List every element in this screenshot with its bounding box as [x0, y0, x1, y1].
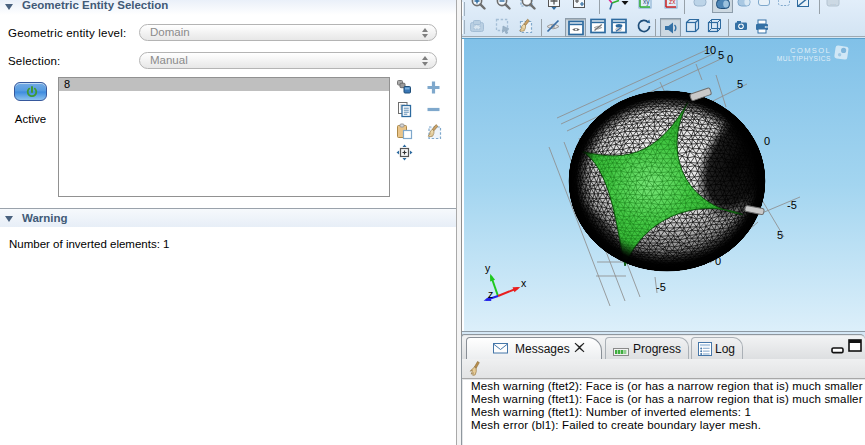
zoom-box-button[interactable]	[520, 0, 538, 12]
view-hidden-button[interactable]	[611, 18, 629, 36]
hide-selected-svg	[545, 18, 561, 34]
scene-box-button[interactable]	[684, 18, 702, 36]
scene-box-wire-button[interactable]	[706, 18, 724, 36]
zoom-extents-button[interactable]	[546, 0, 564, 12]
print-svg	[754, 18, 770, 34]
menu-arrow-svg	[621, 0, 629, 10]
sound-svg	[663, 20, 679, 36]
scene-box-svg	[684, 18, 700, 34]
tab-messages[interactable]: Messages	[466, 337, 602, 359]
close-tab-svg	[574, 342, 585, 353]
snapshot-icon	[733, 18, 751, 34]
view-xy-button[interactable]: xy	[637, 0, 655, 12]
paste-selection-svg	[396, 123, 413, 140]
progress-icon	[613, 345, 629, 359]
clear-selection-button[interactable]	[425, 123, 442, 140]
copy-selection-icon	[396, 101, 413, 118]
hide-decorations-button[interactable]	[795, 0, 813, 12]
zoom-selected-button[interactable]	[571, 0, 589, 12]
zoom-to-selection-icon	[396, 144, 413, 161]
view-zx-svg: zx	[663, 0, 679, 10]
snapshot-disabled-svg: ...	[825, 0, 841, 10]
graphics-canvas[interactable]: 105050-550-5yxzCOMSOLMULTIPHYSICS	[464, 39, 865, 331]
add-to-selection-icon	[425, 79, 442, 96]
add-to-selection-svg	[425, 79, 442, 96]
hide-decorations-icon	[795, 0, 813, 10]
geometric-entity-level-combo[interactable]: Domain	[139, 24, 437, 41]
add-to-selection-button[interactable]	[425, 79, 442, 96]
message-line: Mesh error (bl1): Failed to create bound…	[463, 419, 865, 432]
scene-box-wire-svg	[706, 18, 722, 34]
default-view-button[interactable]	[604, 0, 622, 12]
stepper-down-icon	[422, 34, 428, 38]
zoom-extents-svg	[546, 0, 562, 10]
deselect-box-button[interactable]	[517, 18, 535, 36]
toolbar-separator	[599, 0, 600, 14]
environment-icon	[736, 0, 754, 10]
selection-list[interactable]: 8	[58, 77, 390, 197]
clear-messages-icon[interactable]	[469, 361, 483, 380]
floor-shadow-button[interactable]	[776, 0, 794, 12]
minimize-icon[interactable]	[831, 340, 844, 358]
collapse-triangle-icon[interactable]	[5, 4, 13, 10]
tab-progress[interactable]: Progress	[605, 337, 689, 359]
settings-panel: Geometric Entity Selection Geometric ent…	[0, 0, 456, 445]
close-tab-icon[interactable]	[574, 342, 585, 356]
scene-box-wire-icon	[706, 18, 724, 34]
svg-text:zx: zx	[669, 0, 676, 5]
print-button[interactable]	[754, 18, 772, 36]
zoom-box-icon	[520, 0, 538, 10]
image-export-disabled-icon	[469, 18, 487, 34]
comsol-window: Geometric Entity Selection Geometric ent…	[0, 0, 865, 445]
scene-light-off-button[interactable]	[692, 0, 710, 12]
console-panel: Messages Progress	[461, 334, 865, 445]
triad-axis-label: y	[485, 262, 491, 274]
maximize-icon[interactable]	[848, 338, 862, 356]
minimize-svg	[831, 347, 844, 354]
section-title: Warning	[22, 212, 68, 224]
message-line: Mesh warning (ftet2): Face is (or has a …	[463, 380, 865, 393]
hide-objects-svg	[590, 18, 606, 34]
view-hidden-icon	[611, 18, 629, 34]
create-selection-button[interactable]	[396, 79, 413, 96]
selection-list-item[interactable]: 8	[59, 78, 389, 91]
zoom-out-button[interactable]	[495, 0, 513, 12]
scene-light-button[interactable]	[712, 0, 733, 13]
skybox-button[interactable]	[756, 0, 774, 12]
view-zx-button[interactable]: zx	[663, 0, 681, 12]
scene-box-icon	[684, 18, 702, 34]
section-warning[interactable]: Warning	[0, 208, 456, 227]
remove-from-selection-button[interactable]	[425, 101, 442, 118]
view-unhidden-button[interactable]	[565, 18, 586, 37]
power-icon	[24, 86, 40, 100]
console-toolbar	[462, 359, 865, 379]
environment-button[interactable]	[736, 0, 754, 12]
tab-log[interactable]: Log	[691, 337, 743, 359]
view-unhidden-icon	[568, 20, 583, 36]
zoom-in-button[interactable]	[470, 0, 488, 12]
console-messages[interactable]: Mesh warning (ftet2): Face is (or has a …	[463, 380, 865, 445]
triad-axis-label: x	[521, 277, 527, 289]
log-icon	[698, 342, 712, 359]
copy-selection-button[interactable]	[396, 101, 413, 118]
paste-selection-button[interactable]	[396, 123, 413, 140]
zoom-extents-icon	[546, 0, 564, 10]
tab-label: Log	[715, 342, 735, 356]
selection-combo[interactable]: Manual	[139, 52, 437, 69]
create-selection-icon	[396, 79, 413, 96]
scene-light-off-svg	[692, 0, 708, 10]
section-geometric-entity-selection[interactable]: Geometric Entity Selection	[0, 0, 456, 15]
axis-tick-label: 5	[737, 78, 743, 90]
hide-objects-button[interactable]	[590, 18, 608, 36]
default-view-svg	[604, 0, 620, 10]
sound-button[interactable]	[660, 18, 681, 37]
collapse-triangle-icon[interactable]	[5, 216, 13, 222]
paste-selection-icon	[396, 123, 413, 140]
zoom-to-selection-button[interactable]	[396, 144, 413, 161]
snapshot-button[interactable]	[733, 18, 751, 36]
active-toggle-button[interactable]	[14, 82, 47, 101]
hide-selected-button[interactable]	[545, 18, 563, 36]
create-selection-svg	[396, 79, 413, 96]
reset-hiding-button[interactable]	[636, 18, 654, 36]
combo-value: Domain	[150, 26, 190, 38]
